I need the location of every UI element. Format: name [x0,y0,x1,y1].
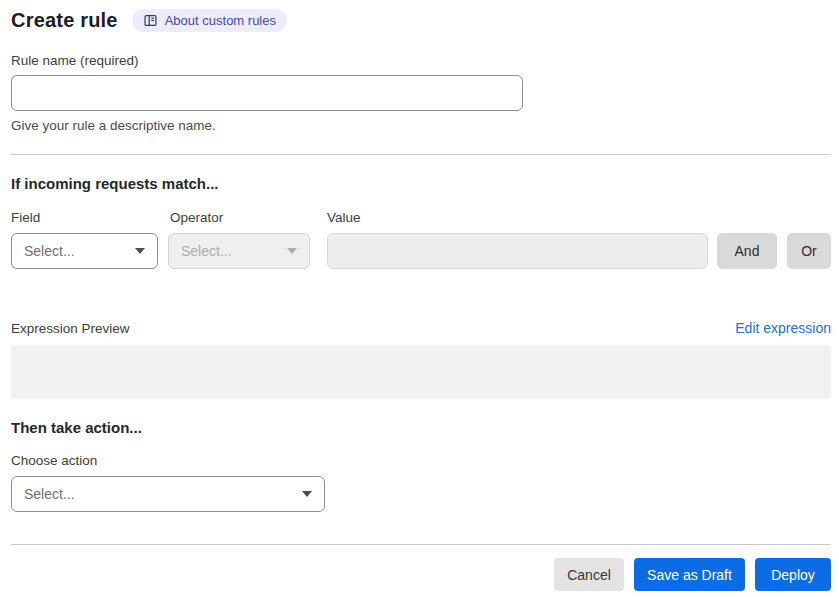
section-divider [11,154,831,155]
match-section-heading: If incoming requests match... [11,175,831,192]
expression-preview-label: Expression Preview [11,321,130,336]
header: Create rule About custom rules [11,0,831,32]
operator-select[interactable]: Select... [168,233,310,269]
match-labels-row: Field Operator Value [11,210,831,225]
footer-divider [11,544,831,545]
about-custom-rules-badge[interactable]: About custom rules [132,9,287,32]
about-custom-rules-label: About custom rules [165,13,276,28]
operator-select-value: Select... [181,243,232,259]
footer-actions: Cancel Save as Draft Deploy [11,558,831,591]
or-button[interactable]: Or [787,233,831,269]
field-select-value: Select... [24,243,75,259]
rule-name-input[interactable] [11,75,523,111]
match-controls-row: Select... Select... And Or [11,233,831,269]
cancel-button[interactable]: Cancel [554,558,624,591]
action-section-heading: Then take action... [11,419,831,436]
value-label: Value [327,210,361,225]
rule-name-label: Rule name (required) [11,53,831,68]
create-rule-form: Create rule About custom rules Rule name… [11,0,831,591]
page-title: Create rule [11,9,118,32]
value-input[interactable] [327,233,708,269]
action-select-value: Select... [24,486,75,502]
deploy-button[interactable]: Deploy [755,558,831,591]
operator-label: Operator [170,210,327,225]
chevron-down-icon [287,248,297,254]
edit-expression-link[interactable]: Edit expression [735,320,831,336]
choose-action-label: Choose action [11,453,831,468]
field-select[interactable]: Select... [11,233,158,269]
save-as-draft-button[interactable]: Save as Draft [634,558,745,591]
field-label: Field [11,210,170,225]
rule-name-helper: Give your rule a descriptive name. [11,118,831,133]
action-select[interactable]: Select... [11,476,325,512]
expression-preview-row: Expression Preview Edit expression [11,320,831,336]
expression-preview-box [11,345,831,399]
chevron-down-icon [135,248,145,254]
chevron-down-icon [302,491,312,497]
book-icon [143,13,158,28]
and-button[interactable]: And [717,233,777,269]
